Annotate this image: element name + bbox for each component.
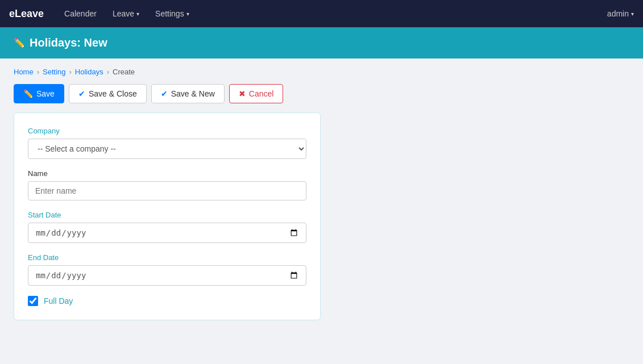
end-date-input[interactable] (28, 265, 306, 286)
nav-calender[interactable]: Calender (57, 5, 103, 23)
save-new-icon: ✔ (161, 89, 168, 98)
form-card: Company -- Select a company -- Name Star… (14, 112, 321, 320)
cancel-button[interactable]: ✖ Cancel (229, 84, 284, 103)
breadcrumb: Home › Setting › Holidays › Create (14, 68, 629, 76)
save-icon: ✏️ (23, 89, 33, 98)
breadcrumb-sep-1: › (37, 68, 39, 76)
end-date-label: End Date (28, 253, 306, 262)
breadcrumb-setting[interactable]: Setting (43, 68, 65, 76)
start-date-field-group: Start Date (28, 211, 306, 243)
save-close-icon: ✔ (78, 89, 85, 98)
full-day-checkbox[interactable] (28, 296, 38, 306)
name-field-group: Name (28, 169, 306, 200)
save-button[interactable]: ✏️ Save (14, 84, 64, 103)
start-date-input[interactable] (28, 223, 306, 243)
action-bar: ✏️ Save ✔ Save & Close ✔ Save & New ✖ Ca… (14, 84, 629, 103)
breadcrumb-holidays[interactable]: Holidays (75, 68, 103, 76)
top-navbar: eLeave Calender Leave ▾ Settings ▾ admin… (0, 0, 643, 27)
save-new-button[interactable]: ✔ Save & New (151, 84, 225, 103)
user-menu[interactable]: admin ▾ (607, 9, 634, 18)
breadcrumb-sep-2: › (69, 68, 72, 76)
pencil-icon: ✏️ (14, 37, 25, 48)
breadcrumb-home[interactable]: Home (14, 68, 34, 76)
full-day-row: Full Day (28, 296, 306, 306)
breadcrumb-sep-3: › (107, 68, 109, 76)
name-input[interactable] (28, 181, 306, 200)
cancel-icon: ✖ (239, 89, 246, 98)
brand-logo[interactable]: eLeave (9, 8, 44, 20)
user-caret-icon: ▾ (631, 11, 634, 17)
start-date-label: Start Date (28, 211, 306, 219)
leave-caret-icon: ▾ (136, 11, 139, 17)
main-content: Home › Setting › Holidays › Create ✏️ Sa… (0, 58, 643, 329)
nav-leave[interactable]: Leave ▾ (106, 5, 146, 23)
name-label: Name (28, 169, 306, 178)
nav-settings[interactable]: Settings ▾ (148, 5, 196, 23)
nav-items: Calender Leave ▾ Settings ▾ (57, 5, 607, 23)
user-name: admin (607, 9, 629, 18)
settings-caret-icon: ▾ (186, 11, 189, 17)
page-title: Holidays: New (30, 36, 107, 49)
page-header: ✏️ Holidays: New (0, 27, 643, 58)
company-select[interactable]: -- Select a company -- (28, 139, 306, 159)
company-field-group: Company -- Select a company -- (28, 127, 306, 159)
full-day-label[interactable]: Full Day (44, 296, 73, 306)
breadcrumb-current: Create (113, 68, 135, 76)
company-label: Company (28, 127, 306, 135)
end-date-field-group: End Date (28, 253, 306, 286)
save-close-button[interactable]: ✔ Save & Close (69, 84, 147, 103)
